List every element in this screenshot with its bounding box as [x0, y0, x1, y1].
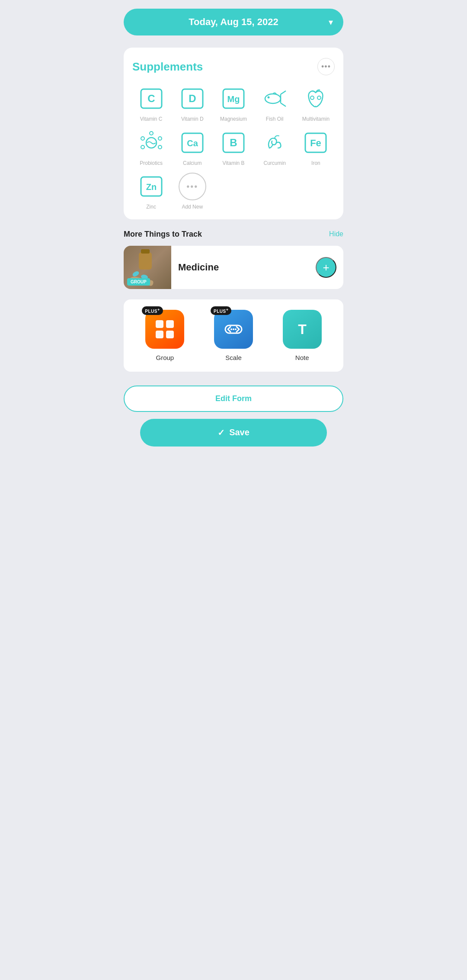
- supplements-card: Supplements ••• C Vitamin C D Vi: [124, 48, 343, 219]
- svg-point-26: [132, 270, 140, 277]
- vitamin-b-icon: B: [220, 129, 247, 157]
- iron-icon: Fe: [302, 129, 329, 157]
- svg-text:Zn: Zn: [146, 182, 156, 192]
- curcumin-label: Curcumin: [264, 160, 286, 167]
- tracker-item-group[interactable]: PLUS+ Group: [132, 310, 198, 361]
- save-label: Save: [229, 427, 249, 437]
- svg-point-7: [268, 96, 270, 99]
- svg-point-35: [230, 328, 232, 330]
- svg-point-13: [141, 137, 144, 140]
- plus-badge-group: PLUS+: [142, 306, 163, 315]
- hide-button[interactable]: Hide: [329, 230, 343, 238]
- svg-point-14: [141, 145, 144, 149]
- multivitamin-label: Multivitamin: [302, 116, 329, 123]
- multivitamin-icon: [302, 85, 329, 112]
- svg-text:B: B: [230, 137, 237, 148]
- svg-text:Fe: Fe: [310, 138, 322, 148]
- tracker-item-note[interactable]: T Note: [269, 310, 335, 361]
- vitamin-c-icon: C: [138, 85, 165, 112]
- add-medicine-button[interactable]: +: [316, 257, 336, 278]
- svg-text:Ca: Ca: [187, 138, 198, 148]
- magnesium-label: Magnesium: [220, 116, 247, 123]
- svg-rect-24: [139, 252, 152, 270]
- svg-rect-30: [166, 320, 174, 328]
- more-section-header: More Things to Track Hide: [124, 230, 343, 239]
- scale-tracker-icon: PLUS+: [214, 310, 253, 349]
- svg-text:Mg: Mg: [227, 94, 240, 104]
- zinc-icon: Zn: [138, 173, 165, 200]
- svg-text:C: C: [147, 93, 155, 104]
- add-new-icon: •••: [179, 173, 206, 200]
- add-new-label: Add New: [182, 204, 203, 211]
- supplement-item-vitamin-d[interactable]: D Vitamin D: [173, 85, 211, 123]
- svg-text:D: D: [189, 93, 196, 104]
- iron-label: Iron: [311, 160, 320, 167]
- save-button[interactable]: ✓ Save: [140, 419, 327, 447]
- plus-icon: +: [323, 262, 329, 273]
- curcumin-icon: [261, 129, 288, 157]
- check-icon: ✓: [218, 427, 225, 438]
- ellipsis-icon: •••: [321, 62, 331, 71]
- fish-oil-icon: [261, 85, 288, 112]
- card-header: Supplements •••: [132, 58, 335, 75]
- supplement-item-zinc[interactable]: Zn Zinc: [132, 173, 170, 211]
- supplement-item-iron[interactable]: Fe Iron: [297, 129, 335, 167]
- tracker-item-scale[interactable]: PLUS+ Scale: [201, 310, 266, 361]
- calcium-icon: Ca: [179, 129, 206, 157]
- ellipsis-icon: •••: [186, 182, 198, 192]
- vitamin-b-label: Vitamin B: [222, 160, 244, 167]
- calcium-label: Calcium: [183, 160, 202, 167]
- fish-oil-label: Fish Oil: [266, 116, 284, 123]
- zinc-label: Zinc: [146, 204, 156, 211]
- more-options-button[interactable]: •••: [317, 58, 335, 75]
- scale-tracker-label: Scale: [225, 354, 242, 361]
- svg-point-34: [233, 328, 234, 330]
- supplement-item-fish-oil[interactable]: Fish Oil: [256, 85, 294, 123]
- svg-rect-25: [141, 249, 150, 254]
- date-bar[interactable]: Today, Aug 15, 2022 ▾: [124, 9, 343, 35]
- edit-form-button[interactable]: Edit Form: [124, 386, 343, 412]
- group-badge: GROUP: [127, 278, 150, 286]
- supplement-item-calcium[interactable]: Ca Calcium: [173, 129, 211, 167]
- probiotics-label: Probiotics: [140, 160, 163, 167]
- more-section-title: More Things to Track: [124, 230, 202, 239]
- trackers-card: PLUS+ Group PLUS+: [124, 299, 343, 372]
- probiotics-icon: [138, 129, 165, 157]
- vitamin-d-label: Vitamin D: [181, 116, 204, 123]
- medicine-content: Medicine +: [171, 248, 343, 286]
- svg-rect-31: [156, 331, 163, 338]
- vitamin-d-icon: D: [179, 85, 206, 112]
- supplements-title: Supplements: [132, 60, 203, 74]
- plus-badge-scale: PLUS+: [211, 306, 231, 315]
- svg-point-15: [158, 145, 162, 149]
- svg-point-6: [265, 94, 281, 103]
- magnesium-icon: Mg: [220, 85, 247, 112]
- date-title: Today, Aug 15, 2022: [189, 16, 278, 28]
- medicine-image: GROUP: [124, 246, 171, 289]
- group-tracker-icon: PLUS+: [145, 310, 184, 349]
- supplement-item-vitamin-b[interactable]: B Vitamin B: [214, 129, 252, 167]
- supplement-grid: C Vitamin C D Vitamin D Mg M: [132, 85, 335, 211]
- chevron-down-icon: ▾: [329, 17, 333, 27]
- svg-point-8: [310, 96, 314, 100]
- trackers-grid: PLUS+ Group PLUS+: [132, 310, 335, 361]
- supplement-item-curcumin[interactable]: Curcumin: [256, 129, 294, 167]
- svg-point-9: [317, 96, 321, 100]
- note-tracker-label: Note: [295, 354, 309, 361]
- medicine-name: Medicine: [178, 262, 219, 273]
- supplement-item-magnesium[interactable]: Mg Magnesium: [214, 85, 252, 123]
- supplement-item-multivitamin[interactable]: Multivitamin: [297, 85, 335, 123]
- svg-rect-29: [156, 320, 163, 328]
- supplement-item-probiotics[interactable]: Probiotics: [132, 129, 170, 167]
- note-tracker-icon: T: [283, 310, 322, 349]
- group-tracker-label: Group: [156, 354, 174, 361]
- svg-point-11: [150, 132, 153, 135]
- svg-point-12: [158, 137, 162, 140]
- supplement-item-vitamin-c[interactable]: C Vitamin C: [132, 85, 170, 123]
- medicine-card: GROUP Medicine +: [124, 246, 343, 289]
- vitamin-c-label: Vitamin C: [140, 116, 163, 123]
- svg-point-36: [235, 328, 237, 330]
- supplement-item-add-new[interactable]: ••• Add New: [173, 173, 211, 211]
- svg-rect-32: [166, 331, 174, 338]
- svg-text:T: T: [298, 321, 307, 337]
